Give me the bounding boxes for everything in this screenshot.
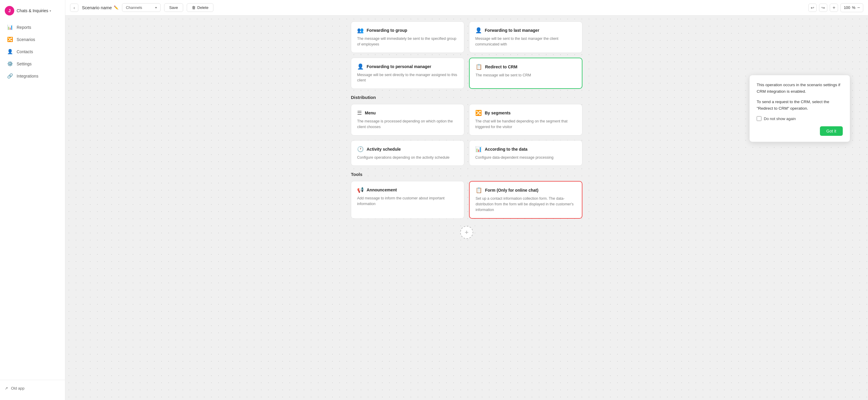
zoom-unit: %	[852, 5, 856, 10]
segments-icon: 🔀	[475, 110, 482, 116]
tooltip-footer: Got it	[757, 126, 843, 136]
card-menu-header: ☰ Menu	[357, 110, 458, 116]
card-fwd-last-manager-desc: Message will be sent to the last manager…	[475, 36, 576, 47]
got-it-button[interactable]: Got it	[820, 126, 843, 136]
card-grid: 👥 Forwarding to group The message will i…	[351, 21, 582, 219]
card-fwd-personal-desc: Message will be sent directly to the man…	[357, 72, 458, 84]
topbar-right: ↩ ↪ + 100 % −	[808, 3, 863, 12]
card-fwd-last-manager[interactable]: 👤 Forwarding to last manager Message wil…	[469, 21, 582, 53]
zoom-value: 100	[844, 5, 850, 10]
card-menu-title: Menu	[365, 111, 376, 115]
card-fwd-personal[interactable]: 👤 Forwarding to personal manager Message…	[351, 58, 464, 89]
add-node-button[interactable]: +	[460, 226, 473, 239]
sidebar-item-contacts[interactable]: 👤 Contacts	[2, 46, 63, 57]
card-fwd-personal-title: Forwarding to personal manager	[367, 64, 431, 69]
card-by-segments[interactable]: 🔀 By segments The chat will be handled d…	[469, 104, 582, 136]
integrations-icon: 🔗	[7, 73, 13, 79]
card-announcement-title: Announcement	[367, 188, 397, 192]
card-activity-schedule-desc: Configure operations depending on the ac…	[357, 155, 458, 161]
card-menu-desc: The message is processed depending on wh…	[357, 119, 458, 130]
card-form-online[interactable]: 📋 Form (Only for online chat) Set up a c…	[469, 181, 582, 219]
sidebar-item-label: Reports	[17, 25, 31, 30]
scenario-name: Scenario name ✏️	[82, 5, 119, 10]
sidebar-item-reports[interactable]: 📊 Reports	[2, 21, 63, 33]
card-form-online-header: 📋 Form (Only for online chat)	[475, 187, 576, 194]
tools-row: 📢 Announcement Add message to inform the…	[351, 181, 582, 219]
card-announcement-header: 📢 Announcement	[357, 187, 458, 193]
personal-manager-icon: 👤	[357, 63, 364, 70]
crm-icon: 📋	[475, 64, 482, 70]
delete-button[interactable]: 🗑 Delete	[187, 3, 214, 12]
distribution-row-1: ☰ Menu The message is processed dependin…	[351, 104, 582, 136]
scenarios-icon: 🔀	[7, 36, 13, 42]
main-area: ‹ Scenario name ✏️ Channels ▾ Save 🗑 Del…	[65, 0, 868, 400]
sidebar-logo: J	[5, 6, 14, 16]
sidebar-brand[interactable]: Chats & Inquiries ▾	[17, 8, 51, 13]
tools-section-label: Tools	[351, 172, 582, 177]
zoom-minus-button[interactable]: −	[857, 5, 860, 10]
card-activity-schedule-title: Activity schedule	[367, 147, 401, 151]
channels-chevron-icon: ▾	[155, 6, 157, 9]
card-fwd-group-desc: The message will immediately be sent to …	[357, 36, 458, 47]
tooltip-text-2: To send a request to the CRM, select the…	[757, 99, 843, 111]
settings-icon: ⚙️	[7, 61, 13, 66]
card-fwd-last-manager-title: Forwarding to last manager	[485, 28, 539, 33]
sidebar-item-settings[interactable]: ⚙️ Settings	[2, 58, 63, 69]
sidebar-item-scenarios[interactable]: 🔀 Scenarios	[2, 34, 63, 45]
card-fwd-personal-header: 👤 Forwarding to personal manager	[357, 63, 458, 70]
card-according-to-data-header: 📊 According to the data	[475, 146, 576, 152]
sidebar-item-label: Scenarios	[17, 37, 35, 42]
last-manager-icon: 👤	[475, 27, 482, 34]
add-node-area: +	[77, 224, 856, 241]
contacts-icon: 👤	[7, 49, 13, 54]
card-according-to-data[interactable]: 📊 According to the data Configure data-d…	[469, 140, 582, 166]
chevron-down-icon: ▾	[50, 9, 51, 12]
sidebar-item-label: Settings	[17, 61, 32, 66]
topbar: ‹ Scenario name ✏️ Channels ▾ Save 🗑 Del…	[65, 0, 868, 16]
card-redirect-crm-header: 📋 Redirect to CRM	[475, 64, 576, 70]
card-activity-schedule-header: 🕐 Activity schedule	[357, 146, 458, 152]
sidebar-item-integrations[interactable]: 🔗 Integrations	[2, 70, 63, 82]
card-fwd-last-manager-header: 👤 Forwarding to last manager	[475, 27, 576, 34]
tooltip-text-1: This operation occurs in the scenario se…	[757, 82, 843, 94]
zoom-control: 100 % −	[840, 3, 863, 12]
card-fwd-group[interactable]: 👥 Forwarding to group The message will i…	[351, 21, 464, 53]
card-activity-schedule[interactable]: 🕐 Activity schedule Configure operations…	[351, 140, 464, 166]
distribution-row-2: 🕐 Activity schedule Configure operations…	[351, 140, 582, 166]
card-form-online-desc: Set up a contact information collection …	[475, 196, 576, 212]
card-by-segments-desc: The chat will be handled depending on th…	[475, 119, 576, 130]
card-redirect-crm-title: Redirect to CRM	[485, 64, 518, 69]
channels-label: Channels	[126, 5, 142, 10]
card-fwd-group-title: Forwarding to group	[367, 28, 407, 33]
canvas: 👥 Forwarding to group The message will i…	[65, 16, 868, 400]
card-by-segments-title: By segments	[485, 111, 510, 115]
card-announcement-desc: Add message to inform the customer about…	[357, 196, 458, 207]
sidebar-footer: ↗ Old app	[0, 380, 65, 396]
data-icon: 📊	[475, 146, 482, 152]
clock-icon: 🕐	[357, 146, 364, 152]
channels-dropdown[interactable]: Channels ▾	[122, 3, 161, 12]
redo-button[interactable]: ↪	[819, 4, 827, 12]
card-form-online-title: Form (Only for online chat)	[485, 188, 538, 193]
do-not-show-checkbox[interactable]	[757, 116, 762, 121]
sidebar-brand-label: Chats & Inquiries	[17, 8, 49, 13]
top-cards-row: 👥 Forwarding to group The message will i…	[351, 21, 582, 53]
back-button[interactable]: ‹	[70, 4, 79, 12]
group-icon: 👥	[357, 27, 364, 34]
edit-icon[interactable]: ✏️	[114, 5, 119, 10]
save-button[interactable]: Save	[164, 3, 183, 12]
card-redirect-crm-desc: The message will be sent to CRM	[475, 73, 576, 78]
do-not-show-label: Do not show again	[764, 116, 796, 121]
old-app-label: Old app	[11, 386, 25, 391]
tooltip-text-area: This operation occurs in the scenario se…	[757, 82, 843, 111]
sidebar-header: J Chats & Inquiries ▾	[0, 4, 65, 21]
card-redirect-crm[interactable]: 📋 Redirect to CRM The message will be se…	[469, 58, 582, 89]
announcement-icon: 📢	[357, 187, 364, 193]
external-link-icon: ↗	[5, 386, 8, 391]
old-app-link[interactable]: ↗ Old app	[5, 384, 60, 393]
card-announcement[interactable]: 📢 Announcement Add message to inform the…	[351, 181, 464, 219]
undo-button[interactable]: ↩	[808, 4, 817, 12]
add-button[interactable]: +	[830, 4, 838, 12]
card-according-to-data-desc: Configure data-dependent message process…	[475, 155, 576, 161]
card-menu[interactable]: ☰ Menu The message is processed dependin…	[351, 104, 464, 136]
